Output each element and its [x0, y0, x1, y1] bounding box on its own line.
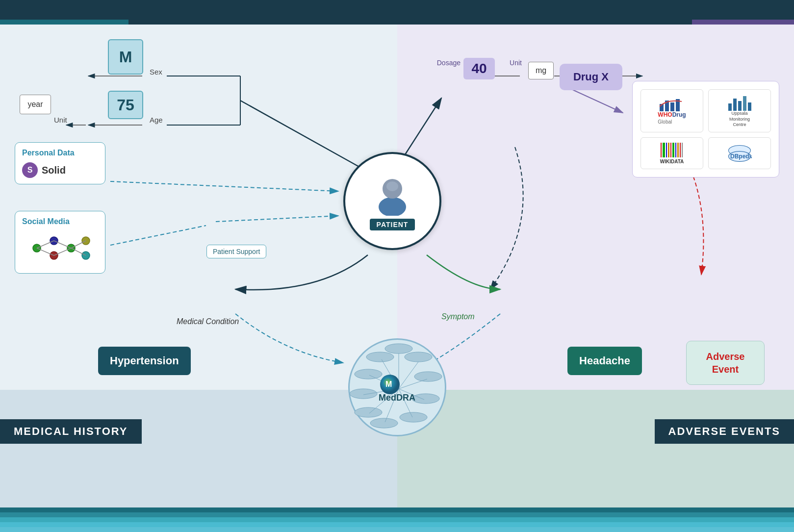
medical-condition-label: Medical Condition: [177, 317, 239, 326]
adverse-events-label: ADVERSE EVENTS: [655, 419, 794, 444]
footer-stripe-1: [0, 507, 794, 512]
footer-stripe-3: [0, 517, 794, 522]
personal-data-title: Personal Data: [22, 149, 98, 157]
age-value-box: 75: [108, 91, 143, 119]
solid-icon: S: [22, 162, 38, 178]
meddra-label: MedDRA: [379, 393, 415, 403]
databases-panel: WHODrug Global UppsalaMonitoringCentre: [632, 81, 779, 177]
patient-label: PATIENT: [370, 219, 415, 230]
svg-point-57: [350, 389, 377, 399]
adverse-quadrant: [397, 390, 794, 507]
svg-point-50: [385, 344, 412, 354]
dosage-value-box: 40: [463, 58, 495, 79]
uppsala-logo-svg: [727, 94, 752, 111]
svg-rect-38: [670, 102, 674, 111]
meddra-circle: M MedDRA: [348, 338, 446, 436]
uppsala-item: UppsalaMonitoringCentre: [708, 89, 771, 132]
social-media-box: Social Media: [15, 211, 105, 274]
social-media-title: Social Media: [22, 217, 98, 226]
solid-logo: S Solid: [22, 162, 98, 178]
svg-point-52: [414, 372, 442, 381]
svg-point-35: [386, 181, 398, 191]
svg-rect-40: [728, 103, 732, 111]
sex-value-box: M: [108, 39, 143, 75]
svg-point-56: [355, 407, 382, 417]
patient-support-label: Patient Support: [206, 245, 267, 258]
svg-point-51: [405, 352, 432, 362]
whodrug-item: WHODrug Global: [640, 89, 703, 132]
svg-point-55: [370, 418, 398, 428]
svg-text:DBpedia: DBpedia: [730, 153, 752, 160]
footer-stripe-2: [0, 512, 794, 517]
svg-rect-43: [743, 96, 746, 111]
svg-line-29: [54, 241, 71, 248]
adverse-event-text: AdverseEvent: [693, 350, 757, 376]
age-arrow-label: Age: [150, 116, 163, 124]
unit-arrow-label: Unit: [54, 116, 67, 124]
adverse-event-box: AdverseEvent: [686, 341, 765, 385]
network-graph: [22, 231, 98, 265]
personal-data-box: Personal Data S Solid: [15, 142, 105, 184]
medical-history-label: MEDICAL HISTORY: [0, 419, 142, 444]
sex-arrow-label: Sex: [150, 68, 162, 76]
svg-line-27: [37, 241, 54, 248]
whodrug-chart-icon: [657, 97, 687, 111]
top-header-bar: [0, 0, 794, 20]
dbpedia-item: DBpedia: [708, 137, 771, 169]
hypertension-box: Hypertension: [98, 347, 191, 375]
barcode-icon: [661, 143, 683, 157]
unit-mg-box: mg: [528, 62, 554, 79]
svg-rect-44: [748, 102, 751, 111]
drug-x-box: Drug X: [560, 64, 622, 90]
svg-line-28: [37, 248, 54, 255]
patient-avatar: [370, 172, 414, 216]
svg-line-30: [54, 248, 71, 255]
svg-rect-41: [733, 99, 737, 111]
wikidata-item: WIKIDATA: [640, 137, 703, 169]
svg-text:M: M: [385, 380, 392, 388]
svg-point-54: [400, 412, 427, 422]
unit-year-box: year: [20, 95, 51, 114]
medical-quadrant: [0, 390, 397, 507]
dosage-label: Dosage: [437, 59, 461, 67]
footer-stripe-4: [0, 522, 794, 527]
main-container: DEMOGRAPHICS TREATMENT MEDICAL HISTORY A…: [0, 0, 794, 532]
treatment-unit-label: Unit: [510, 59, 522, 67]
patient-circle: PATIENT: [343, 152, 441, 250]
svg-point-33: [379, 197, 406, 216]
footer-stripe-5: [0, 527, 794, 532]
dbpedia-logo-svg: DBpedia: [727, 145, 752, 162]
headache-box: Headache: [567, 347, 642, 375]
symptom-label: Symptom: [441, 312, 475, 321]
footer-area: [0, 507, 794, 532]
svg-point-59: [366, 352, 394, 362]
svg-rect-42: [738, 101, 742, 111]
